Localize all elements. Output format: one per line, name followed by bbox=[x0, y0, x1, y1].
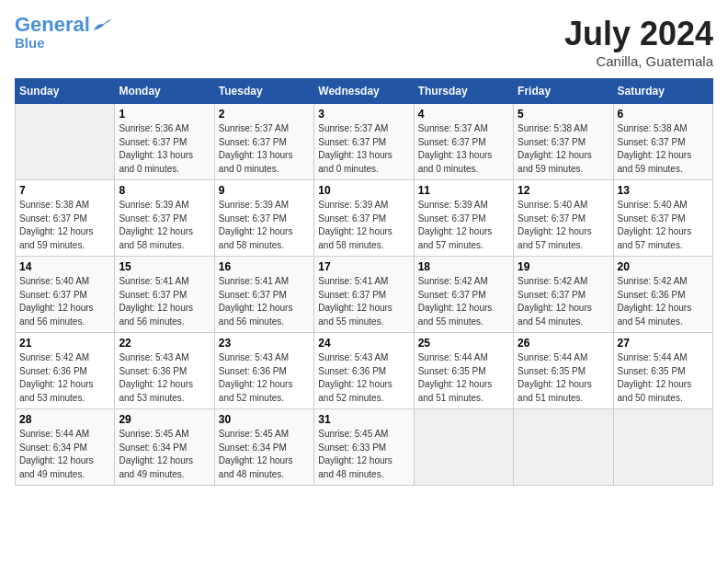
calendar-table: SundayMondayTuesdayWednesdayThursdayFrid… bbox=[15, 78, 713, 486]
day-number: 22 bbox=[119, 337, 210, 350]
day-number: 6 bbox=[618, 108, 709, 121]
day-number: 3 bbox=[318, 108, 409, 121]
logo-general-text: General bbox=[15, 13, 90, 36]
day-info: Sunrise: 5:44 AMSunset: 6:35 PMDaylight:… bbox=[518, 351, 609, 405]
day-number: 16 bbox=[219, 260, 310, 273]
header-cell-friday: Friday bbox=[514, 79, 613, 104]
calendar-week-4: 21Sunrise: 5:42 AMSunset: 6:36 PMDayligh… bbox=[16, 333, 713, 409]
day-number: 21 bbox=[19, 337, 110, 350]
header-cell-tuesday: Tuesday bbox=[214, 79, 313, 104]
calendar-body: 1Sunrise: 5:36 AMSunset: 6:37 PMDaylight… bbox=[16, 104, 713, 486]
day-info: Sunrise: 5:37 AMSunset: 6:37 PMDaylight:… bbox=[219, 122, 310, 176]
day-info: Sunrise: 5:40 AMSunset: 6:37 PMDaylight:… bbox=[19, 275, 110, 328]
calendar-cell: 12Sunrise: 5:40 AMSunset: 6:37 PMDayligh… bbox=[514, 180, 613, 257]
calendar-cell: 9Sunrise: 5:39 AMSunset: 6:37 PMDaylight… bbox=[214, 180, 313, 257]
calendar-cell: 19Sunrise: 5:42 AMSunset: 6:37 PMDayligh… bbox=[514, 257, 613, 333]
day-number: 2 bbox=[219, 108, 310, 121]
day-info: Sunrise: 5:43 AMSunset: 6:36 PMDaylight:… bbox=[219, 351, 310, 405]
location-subtitle: Canilla, Guatemala bbox=[564, 53, 713, 69]
day-info: Sunrise: 5:37 AMSunset: 6:37 PMDaylight:… bbox=[418, 122, 509, 176]
day-info: Sunrise: 5:37 AMSunset: 6:37 PMDaylight:… bbox=[318, 122, 409, 176]
day-number: 17 bbox=[318, 260, 409, 273]
day-info: Sunrise: 5:43 AMSunset: 6:36 PMDaylight:… bbox=[318, 351, 409, 405]
calendar-cell: 27Sunrise: 5:44 AMSunset: 6:35 PMDayligh… bbox=[613, 333, 712, 409]
header-cell-wednesday: Wednesday bbox=[314, 79, 414, 104]
day-info: Sunrise: 5:41 AMSunset: 6:37 PMDaylight:… bbox=[119, 275, 210, 328]
day-number: 1 bbox=[119, 108, 210, 121]
day-number: 15 bbox=[119, 260, 210, 273]
month-title: July 2024 bbox=[564, 15, 713, 53]
day-number: 30 bbox=[219, 413, 310, 426]
calendar-cell: 22Sunrise: 5:43 AMSunset: 6:36 PMDayligh… bbox=[115, 333, 214, 409]
day-info: Sunrise: 5:38 AMSunset: 6:37 PMDaylight:… bbox=[518, 122, 609, 176]
calendar-cell: 30Sunrise: 5:45 AMSunset: 6:34 PMDayligh… bbox=[214, 409, 313, 486]
day-info: Sunrise: 5:45 AMSunset: 6:34 PMDaylight:… bbox=[119, 428, 210, 481]
calendar-week-3: 14Sunrise: 5:40 AMSunset: 6:37 PMDayligh… bbox=[16, 257, 713, 333]
calendar-cell: 13Sunrise: 5:40 AMSunset: 6:37 PMDayligh… bbox=[613, 180, 712, 257]
calendar-cell: 17Sunrise: 5:41 AMSunset: 6:37 PMDayligh… bbox=[314, 257, 414, 333]
day-number: 29 bbox=[119, 413, 210, 426]
day-number: 12 bbox=[518, 184, 609, 197]
day-number: 28 bbox=[19, 413, 110, 426]
calendar-cell: 18Sunrise: 5:42 AMSunset: 6:37 PMDayligh… bbox=[414, 257, 513, 333]
day-info: Sunrise: 5:43 AMSunset: 6:36 PMDaylight:… bbox=[119, 351, 210, 405]
day-info: Sunrise: 5:44 AMSunset: 6:35 PMDaylight:… bbox=[618, 351, 709, 405]
day-info: Sunrise: 5:45 AMSunset: 6:34 PMDaylight:… bbox=[219, 428, 310, 481]
calendar-cell: 16Sunrise: 5:41 AMSunset: 6:37 PMDayligh… bbox=[214, 257, 313, 333]
header-cell-monday: Monday bbox=[115, 79, 214, 104]
logo-general: General bbox=[15, 15, 90, 35]
calendar-cell bbox=[613, 409, 712, 486]
calendar-cell: 7Sunrise: 5:38 AMSunset: 6:37 PMDaylight… bbox=[16, 180, 115, 257]
calendar-cell: 25Sunrise: 5:44 AMSunset: 6:35 PMDayligh… bbox=[414, 333, 513, 409]
day-info: Sunrise: 5:41 AMSunset: 6:37 PMDaylight:… bbox=[318, 275, 409, 328]
calendar-week-1: 1Sunrise: 5:36 AMSunset: 6:37 PMDaylight… bbox=[16, 104, 713, 180]
calendar-cell: 5Sunrise: 5:38 AMSunset: 6:37 PMDaylight… bbox=[514, 104, 613, 180]
day-info: Sunrise: 5:39 AMSunset: 6:37 PMDaylight:… bbox=[119, 199, 210, 252]
day-number: 11 bbox=[418, 184, 509, 197]
day-info: Sunrise: 5:42 AMSunset: 6:37 PMDaylight:… bbox=[518, 275, 609, 328]
day-number: 19 bbox=[518, 260, 609, 273]
day-info: Sunrise: 5:42 AMSunset: 6:37 PMDaylight:… bbox=[418, 275, 509, 328]
calendar-cell: 6Sunrise: 5:38 AMSunset: 6:37 PMDaylight… bbox=[613, 104, 712, 180]
header-cell-thursday: Thursday bbox=[414, 79, 513, 104]
day-number: 10 bbox=[318, 184, 409, 197]
logo-bird-icon bbox=[92, 17, 112, 32]
day-info: Sunrise: 5:41 AMSunset: 6:37 PMDaylight:… bbox=[219, 275, 310, 328]
header-cell-sunday: Sunday bbox=[16, 79, 115, 104]
day-info: Sunrise: 5:40 AMSunset: 6:37 PMDaylight:… bbox=[518, 199, 609, 252]
calendar-cell: 23Sunrise: 5:43 AMSunset: 6:36 PMDayligh… bbox=[214, 333, 313, 409]
day-number: 5 bbox=[518, 108, 609, 121]
day-number: 26 bbox=[518, 337, 609, 350]
day-number: 20 bbox=[618, 260, 709, 273]
page-header: General Blue July 2024 Canilla, Guatemal… bbox=[15, 15, 713, 69]
calendar-cell: 28Sunrise: 5:44 AMSunset: 6:34 PMDayligh… bbox=[16, 409, 115, 486]
day-info: Sunrise: 5:39 AMSunset: 6:37 PMDaylight:… bbox=[418, 199, 509, 252]
day-number: 14 bbox=[19, 260, 110, 273]
day-info: Sunrise: 5:36 AMSunset: 6:37 PMDaylight:… bbox=[119, 122, 210, 176]
calendar-cell: 8Sunrise: 5:39 AMSunset: 6:37 PMDaylight… bbox=[115, 180, 214, 257]
calendar-cell: 14Sunrise: 5:40 AMSunset: 6:37 PMDayligh… bbox=[16, 257, 115, 333]
calendar-cell: 3Sunrise: 5:37 AMSunset: 6:37 PMDaylight… bbox=[314, 104, 414, 180]
day-number: 9 bbox=[219, 184, 310, 197]
calendar-cell: 1Sunrise: 5:36 AMSunset: 6:37 PMDaylight… bbox=[115, 104, 214, 180]
logo: General Blue bbox=[15, 15, 112, 51]
calendar-cell: 20Sunrise: 5:42 AMSunset: 6:36 PMDayligh… bbox=[613, 257, 712, 333]
day-number: 27 bbox=[618, 337, 709, 350]
day-number: 8 bbox=[119, 184, 210, 197]
day-number: 13 bbox=[618, 184, 709, 197]
calendar-cell: 31Sunrise: 5:45 AMSunset: 6:33 PMDayligh… bbox=[314, 409, 414, 486]
calendar-cell bbox=[514, 409, 613, 486]
day-info: Sunrise: 5:42 AMSunset: 6:36 PMDaylight:… bbox=[19, 351, 110, 405]
calendar-cell bbox=[16, 104, 115, 180]
calendar-cell: 21Sunrise: 5:42 AMSunset: 6:36 PMDayligh… bbox=[16, 333, 115, 409]
day-info: Sunrise: 5:38 AMSunset: 6:37 PMDaylight:… bbox=[618, 122, 709, 176]
title-block: July 2024 Canilla, Guatemala bbox=[564, 15, 713, 69]
day-number: 24 bbox=[318, 337, 409, 350]
calendar-cell: 4Sunrise: 5:37 AMSunset: 6:37 PMDaylight… bbox=[414, 104, 513, 180]
day-info: Sunrise: 5:44 AMSunset: 6:34 PMDaylight:… bbox=[19, 428, 110, 481]
calendar-week-5: 28Sunrise: 5:44 AMSunset: 6:34 PMDayligh… bbox=[16, 409, 713, 486]
day-number: 4 bbox=[418, 108, 509, 121]
day-info: Sunrise: 5:45 AMSunset: 6:33 PMDaylight:… bbox=[318, 428, 409, 481]
calendar-cell: 10Sunrise: 5:39 AMSunset: 6:37 PMDayligh… bbox=[314, 180, 414, 257]
calendar-cell: 15Sunrise: 5:41 AMSunset: 6:37 PMDayligh… bbox=[115, 257, 214, 333]
